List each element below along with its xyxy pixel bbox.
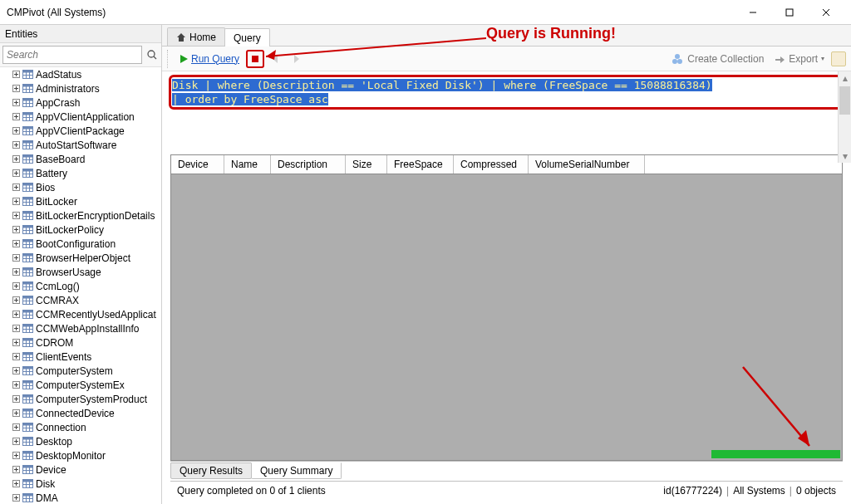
entity-tree-item[interactable]: AutoStartSoftware bbox=[0, 138, 161, 152]
entity-tree-item[interactable]: Device bbox=[0, 462, 161, 477]
entity-tree-item[interactable]: Battery bbox=[0, 166, 161, 180]
grid-column-header[interactable]: Device bbox=[171, 155, 224, 174]
expand-icon[interactable] bbox=[12, 254, 20, 262]
run-query-button[interactable]: Run Query bbox=[175, 51, 243, 66]
entity-tree-item[interactable]: AppCrash bbox=[0, 95, 161, 110]
entity-tree-item[interactable]: ComputerSystemProduct bbox=[0, 392, 161, 406]
expand-icon[interactable] bbox=[12, 282, 20, 291]
export-button[interactable]: Export ▾ bbox=[770, 51, 828, 66]
expand-icon[interactable] bbox=[12, 311, 20, 319]
expand-icon[interactable] bbox=[12, 183, 20, 192]
entity-tree-item[interactable]: Disk bbox=[0, 477, 161, 491]
table-icon bbox=[22, 281, 33, 292]
expand-icon[interactable] bbox=[12, 296, 20, 305]
expand-icon[interactable] bbox=[12, 71, 20, 79]
entity-tree-item[interactable]: ComputerSystem bbox=[0, 364, 161, 378]
expand-icon[interactable] bbox=[12, 423, 20, 432]
expand-icon[interactable] bbox=[12, 381, 20, 389]
table-icon bbox=[22, 83, 33, 95]
grid-column-header[interactable]: Compressed bbox=[454, 155, 529, 174]
expand-icon[interactable] bbox=[12, 409, 20, 418]
entity-tree-item[interactable]: BitLockerPolicy bbox=[0, 223, 161, 237]
expand-icon[interactable] bbox=[12, 367, 20, 375]
create-collection-button[interactable]: Create Collection bbox=[667, 51, 767, 67]
collection-icon bbox=[671, 52, 684, 66]
grid-column-header[interactable]: Name bbox=[224, 155, 271, 174]
entities-tree[interactable]: AadStatusAdministratorsAppCrashAppVClien… bbox=[0, 67, 161, 504]
expand-icon[interactable] bbox=[12, 240, 20, 248]
entity-tree-item[interactable]: DMA bbox=[0, 491, 161, 504]
table-icon bbox=[22, 154, 33, 165]
expand-icon[interactable] bbox=[12, 99, 20, 107]
expand-icon[interactable] bbox=[12, 155, 20, 164]
entity-tree-item[interactable]: CDROM bbox=[0, 335, 161, 350]
entity-tree-item[interactable]: DesktopMonitor bbox=[0, 448, 161, 462]
entity-tree-item[interactable]: BrowserUsage bbox=[0, 265, 161, 279]
expand-icon[interactable] bbox=[12, 212, 20, 220]
entity-tree-item[interactable]: BitLocker bbox=[0, 194, 161, 208]
editor-scrollbar[interactable]: ▴ ▾ bbox=[838, 71, 851, 163]
entity-label: AutoStartSoftware bbox=[36, 139, 116, 151]
entity-tree-item[interactable]: AadStatus bbox=[0, 67, 161, 81]
expand-icon[interactable] bbox=[12, 325, 20, 333]
svg-point-256 bbox=[677, 59, 682, 64]
expand-icon[interactable] bbox=[12, 395, 20, 404]
entity-tree-item[interactable]: CCMRAX bbox=[0, 293, 161, 307]
svg-rect-170 bbox=[22, 353, 32, 355]
search-input[interactable] bbox=[2, 46, 142, 64]
expand-icon[interactable] bbox=[12, 169, 20, 178]
table-icon bbox=[22, 408, 33, 419]
expand-icon[interactable] bbox=[12, 494, 20, 502]
expand-icon[interactable] bbox=[12, 339, 20, 347]
entity-tree-item[interactable]: CcmLog() bbox=[0, 279, 161, 293]
scroll-thumb[interactable] bbox=[839, 86, 850, 115]
entity-tree-item[interactable]: ClientEvents bbox=[0, 350, 161, 364]
entity-tree-item[interactable]: CCMWebAppInstallInfo bbox=[0, 321, 161, 335]
entity-tree-item[interactable]: CCMRecentlyUsedApplicat bbox=[0, 307, 161, 321]
grid-column-header[interactable]: FreeSpace bbox=[387, 155, 454, 174]
entity-tree-item[interactable]: AppVClientApplication bbox=[0, 110, 161, 124]
entity-tree-item[interactable]: ConnectedDevice bbox=[0, 406, 161, 420]
minimize-button[interactable] bbox=[735, 1, 771, 24]
expand-icon[interactable] bbox=[12, 198, 20, 206]
tab-query-results[interactable]: Query Results bbox=[170, 462, 252, 479]
expand-icon[interactable] bbox=[12, 466, 20, 474]
table-icon bbox=[22, 224, 33, 236]
tab-home[interactable]: Home bbox=[167, 27, 225, 46]
expand-icon[interactable] bbox=[12, 127, 20, 135]
entity-tree-item[interactable]: Administrators bbox=[0, 81, 161, 95]
expand-icon[interactable] bbox=[12, 438, 20, 446]
entity-tree-item[interactable]: AppVClientPackage bbox=[0, 124, 161, 138]
query-editor[interactable]: Disk | where (Description == 'Local Fixe… bbox=[172, 78, 839, 106]
scroll-up-icon[interactable]: ▴ bbox=[839, 71, 851, 85]
close-button[interactable] bbox=[808, 1, 844, 24]
expand-icon[interactable] bbox=[12, 141, 20, 149]
search-icon[interactable] bbox=[145, 48, 159, 61]
expand-icon[interactable] bbox=[12, 226, 20, 234]
status-scope: All Systems bbox=[733, 485, 785, 497]
entity-tree-item[interactable]: BrowserHelperObject bbox=[0, 251, 161, 265]
toolbar-options-button[interactable] bbox=[831, 51, 846, 66]
expand-icon[interactable] bbox=[12, 268, 20, 276]
entity-tree-item[interactable]: Desktop bbox=[0, 434, 161, 448]
expand-icon[interactable] bbox=[12, 353, 20, 361]
entity-tree-item[interactable]: BootConfiguration bbox=[0, 237, 161, 251]
entity-label: AppVClientApplication bbox=[36, 111, 135, 123]
entity-tree-item[interactable]: ComputerSystemEx bbox=[0, 378, 161, 392]
grid-column-header[interactable]: Description bbox=[271, 155, 346, 174]
query-editor-highlight: Disk | where (Description == 'Local Fixe… bbox=[169, 75, 843, 110]
grid-column-header[interactable]: VolumeSerialNumber bbox=[529, 155, 645, 174]
table-icon bbox=[22, 252, 33, 264]
tab-query-summary[interactable]: Query Summary bbox=[251, 462, 342, 479]
entity-tree-item[interactable]: BitLockerEncryptionDetails bbox=[0, 208, 161, 223]
entity-tree-item[interactable]: Connection bbox=[0, 420, 161, 434]
expand-icon[interactable] bbox=[12, 452, 20, 460]
maximize-button[interactable] bbox=[771, 1, 808, 24]
grid-column-header[interactable]: Size bbox=[346, 155, 387, 174]
expand-icon[interactable] bbox=[12, 113, 20, 121]
scroll-down-icon[interactable]: ▾ bbox=[839, 149, 851, 163]
entity-tree-item[interactable]: BaseBoard bbox=[0, 152, 161, 166]
expand-icon[interactable] bbox=[12, 85, 20, 93]
expand-icon[interactable] bbox=[12, 480, 20, 488]
entity-tree-item[interactable]: Bios bbox=[0, 180, 161, 194]
